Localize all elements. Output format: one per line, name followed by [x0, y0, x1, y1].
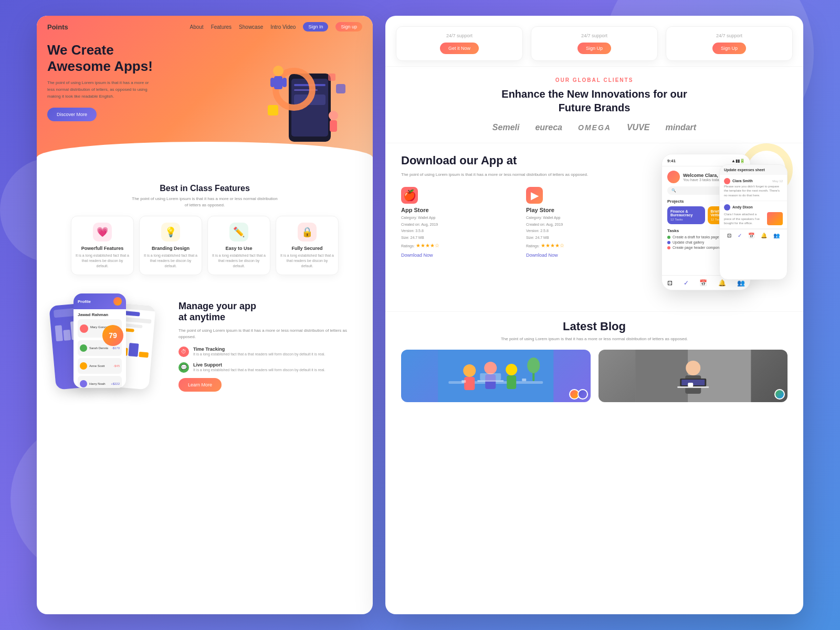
- svg-rect-30: [635, 350, 688, 402]
- task-text-0: Create a draft for tasks page: [673, 235, 719, 239]
- nav-logo: Points: [47, 23, 68, 31]
- app-store-link[interactable]: Download Now: [401, 253, 516, 258]
- app-manage-section: Profile Jawad Rahman Mary Gonzales $25: [37, 280, 373, 412]
- inbox-nav-icon[interactable]: 🔔: [718, 279, 726, 287]
- client-logo-4: mindart: [665, 123, 696, 132]
- svg-point-17: [463, 364, 476, 377]
- signup-button[interactable]: Sign up: [335, 22, 362, 32]
- svg-point-19: [484, 362, 497, 374]
- app-download-section: Download our App at The point of using L…: [385, 143, 803, 312]
- client-logo-0: Semeli: [492, 123, 520, 132]
- pricing-cards-row: 24/7 support Get it Now 24/7 support Sig…: [385, 16, 803, 67]
- notif-thumbnail: [767, 212, 783, 225]
- pricing-btn-0[interactable]: Get it Now: [440, 43, 479, 54]
- notif-item-0: Clara Smith May 12 Please sure you didn'…: [720, 175, 787, 201]
- feature-icon-2: ✏️: [229, 223, 248, 242]
- notif-avatar-1: [724, 204, 730, 211]
- nav-showcase[interactable]: Showcase: [239, 24, 263, 30]
- blog-avatar-2: [774, 389, 785, 400]
- side-nav-icon-0[interactable]: ⊡: [727, 233, 731, 238]
- svg-point-21: [506, 364, 517, 375]
- blog-img-svg-0: [401, 350, 591, 402]
- pricing-btn-2[interactable]: Sign Up: [712, 43, 746, 54]
- app-project-finance-count: 12 Tasks: [670, 218, 702, 221]
- app-store-category: Category: Wallet App: [401, 215, 516, 221]
- blog-image-1: [598, 350, 788, 402]
- app-project-finance[interactable]: Finance &Bureaucracy 12 Tasks: [667, 206, 705, 224]
- app-project-finance-name: Finance &Bureaucracy: [670, 209, 702, 217]
- task-text-2: Create page header component: [673, 246, 724, 249]
- client-logo-2: OMEGA: [578, 123, 611, 132]
- schedule-nav-icon[interactable]: 📅: [699, 279, 707, 287]
- pricing-support-2: 24/7 support: [673, 33, 786, 38]
- feature-icon-0: 💗: [93, 223, 112, 242]
- notif-text-1: Clara I have attached a piece of the spe…: [724, 212, 765, 225]
- svg-rect-12: [268, 105, 278, 116]
- task-dot-2: [667, 246, 670, 249]
- feature-card-1: 💡 Branding Design It is a long establish…: [139, 216, 202, 275]
- nav-intro[interactable]: Intro Video: [270, 24, 296, 30]
- live-support-text: Live Support It is a long established fa…: [193, 362, 325, 373]
- blog-people-0: [571, 389, 588, 400]
- pricing-btn-1[interactable]: Sign Up: [578, 43, 611, 54]
- hero-svg: [252, 42, 357, 147]
- task-dot-1: [667, 241, 670, 244]
- pricing-card-0: 24/7 support Get it Now: [396, 26, 523, 61]
- tasks-nav-icon[interactable]: ✓: [684, 279, 689, 287]
- feature-live-support: 💬 Live Support It is a long established …: [178, 362, 362, 373]
- panels-container: Points About Features Showcase Intro Vid…: [37, 16, 803, 614]
- nav-about[interactable]: About: [190, 24, 204, 30]
- app-download-info: Download our App at The point of using L…: [401, 154, 640, 258]
- svg-point-10: [329, 111, 338, 120]
- blog-img-svg-1: [598, 350, 788, 402]
- feature-time-tracking: ⏱ Time Tracking It is a long established…: [178, 346, 362, 357]
- side-nav-icon-1[interactable]: ✓: [738, 233, 742, 238]
- live-support-icon: 💬: [178, 362, 189, 373]
- svg-point-6: [273, 66, 284, 76]
- feature-card-2: ✏️ Easy to Use It is a long established …: [207, 216, 270, 275]
- side-phone-header: Update expenses sheet: [720, 165, 787, 175]
- time-tracking-text: Time Tracking It is a long established f…: [193, 346, 325, 357]
- play-store-version: Version: 2.5.8: [526, 228, 640, 234]
- time-tracking-icon: ⏱: [178, 346, 189, 357]
- clients-logos: Semeli eureca OMEGA VUVE mindart: [401, 123, 788, 132]
- feature-text-3: It is a long established fact that a tha…: [280, 253, 334, 268]
- pricing-card-2: 24/7 support Sign Up: [666, 26, 793, 61]
- client-logo-3: VUVE: [627, 123, 650, 132]
- app-info: Manage your app at anytime The point of …: [178, 301, 362, 392]
- signin-button[interactable]: Sign In: [303, 22, 328, 32]
- feature-name-1: Branding Design: [144, 246, 197, 251]
- app-welcome-greeting: Welcome Clara,: [683, 173, 721, 178]
- app-store-icon: 🍎: [401, 187, 418, 204]
- notif-sender-1: Andy Dixon: [732, 205, 753, 209]
- client-logo-1: eureca: [535, 123, 562, 132]
- clients-section: OUR GLOBAL CLIENTS Enhance the New Innov…: [385, 67, 803, 143]
- clients-title: Enhance the New Innovations for our Futu…: [401, 87, 788, 114]
- nav-features[interactable]: Features: [211, 24, 232, 30]
- hero-illustration: [252, 32, 368, 158]
- right-panel: 24/7 support Get it Now 24/7 support Sig…: [385, 16, 803, 614]
- app-store-created: Created on: Aug, 2019: [401, 222, 516, 228]
- hero-section: Points About Features Showcase Intro Vid…: [37, 16, 373, 173]
- feature-text-2: It is a long established fact that a tha…: [212, 253, 266, 268]
- side-phone-bottom-nav: ⊡ ✓ 📅 🔔 👥: [720, 229, 787, 242]
- team-nav-icon[interactable]: 👥: [737, 279, 745, 287]
- feature-text-1: It is a long established fact that a tha…: [144, 253, 197, 268]
- mockup-phone-main: Profile Jawad Rahman Mary Gonzales $25: [74, 293, 126, 388]
- features-grid: 💗 Powerfull Features It is a long establ…: [47, 216, 362, 275]
- overview-nav-icon[interactable]: ⊡: [667, 279, 673, 287]
- app-user-avatar: [667, 171, 680, 183]
- feature-icon-1: 💡: [161, 223, 180, 242]
- side-nav-icon-4[interactable]: 👥: [773, 233, 780, 238]
- learn-more-button[interactable]: Learn More: [178, 378, 222, 392]
- notif-sender-0: Clara Smith: [732, 179, 753, 183]
- play-store-link[interactable]: Download Now: [526, 253, 640, 258]
- side-nav-icon-2[interactable]: 📅: [748, 233, 754, 238]
- feature-text-0: It is a long established fact that a tha…: [76, 253, 129, 268]
- discover-more-button[interactable]: Discover More: [47, 108, 97, 121]
- svg-rect-24: [480, 373, 501, 380]
- side-nav-icon-3[interactable]: 🔔: [761, 233, 767, 238]
- play-store-ratings: Ratings: ★★★★☆: [526, 242, 640, 249]
- hero-content: We Create Awesome Apps! The point of usi…: [47, 42, 153, 121]
- svg-rect-9: [282, 78, 287, 87]
